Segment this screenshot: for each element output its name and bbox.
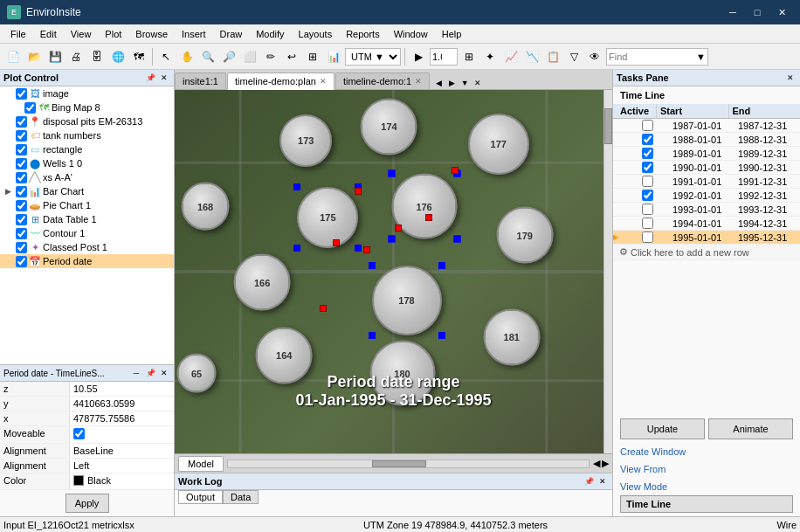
tb-play[interactable]: ▶: [409, 47, 428, 66]
tl-checkbox-8[interactable]: [642, 231, 653, 243]
tb-globe[interactable]: 🌐: [108, 47, 128, 66]
tree-expander[interactable]: ▶: [5, 187, 14, 196]
map-container[interactable]: 17317417716817517617916617816418018165 P…: [175, 90, 612, 453]
menu-draw[interactable]: Draw: [213, 27, 250, 41]
tb-chart2[interactable]: 📉: [522, 47, 541, 66]
tab-next[interactable]: ▶: [445, 77, 458, 89]
update-button[interactable]: Update: [620, 418, 705, 439]
hscroll[interactable]: [227, 459, 590, 468]
tb-zoom-window[interactable]: ⬜: [240, 47, 259, 66]
handle-br-178[interactable]: [438, 332, 445, 339]
props-minimize[interactable]: ─: [130, 367, 142, 379]
handle-tr-178[interactable]: [438, 262, 445, 269]
tb-bar[interactable]: 📊: [324, 47, 343, 66]
tree-item[interactable]: 🖼 image: [0, 86, 174, 100]
tree-item[interactable]: ▶ 📊 Bar Chart: [0, 184, 174, 198]
tl-checkbox-3[interactable]: [642, 162, 653, 173]
menu-view[interactable]: View: [64, 27, 99, 41]
view-mode-link[interactable]: View Mode: [613, 478, 800, 495]
tb-open[interactable]: 📂: [24, 47, 44, 66]
tl-checkbox-5[interactable]: [642, 190, 653, 201]
tree-item[interactable]: 🏷 tank numbers: [0, 128, 174, 142]
tree-checkbox[interactable]: [16, 130, 27, 142]
tree-checkbox[interactable]: [16, 172, 27, 183]
handle-bl-176[interactable]: [388, 236, 395, 243]
tl-checkbox-1[interactable]: [642, 134, 653, 145]
tb-filter[interactable]: ▽: [564, 47, 583, 66]
menu-help[interactable]: Help: [435, 27, 469, 41]
model-tab[interactable]: Model: [178, 456, 224, 472]
prop-checkbox-3[interactable]: [73, 428, 85, 439]
tb-grid[interactable]: ⊞: [459, 47, 479, 66]
map-vscroll-thumb[interactable]: [604, 108, 612, 145]
tb-chart1[interactable]: 📈: [501, 47, 521, 66]
tab-close-all[interactable]: ✕: [472, 77, 484, 89]
tb-db[interactable]: 🗄: [87, 47, 107, 66]
tl-checkbox-6[interactable]: [642, 204, 653, 215]
tab-prev[interactable]: ◀: [432, 77, 445, 89]
menu-layouts[interactable]: Layouts: [292, 27, 340, 41]
tb-print[interactable]: 🖨: [66, 47, 86, 66]
tree-checkbox[interactable]: [16, 242, 27, 253]
view-from-link[interactable]: View From: [613, 460, 800, 478]
tree-checkbox[interactable]: [16, 144, 27, 155]
tree-checkbox[interactable]: [16, 186, 27, 197]
tasks-close[interactable]: ✕: [784, 72, 797, 84]
tl-checkbox-2[interactable]: [642, 148, 653, 159]
tree-item[interactable]: 🥧 Pie Chart 1: [0, 198, 174, 212]
tb-pan[interactable]: ✋: [177, 47, 197, 66]
animate-button[interactable]: Animate: [708, 418, 793, 439]
tree-checkbox[interactable]: [16, 116, 27, 128]
handle-tl-175[interactable]: [293, 183, 300, 190]
menu-edit[interactable]: Edit: [33, 27, 64, 41]
tree-checkbox[interactable]: [16, 214, 27, 225]
worklog-tab-data[interactable]: Data: [223, 490, 259, 504]
apply-button[interactable]: Apply: [66, 494, 109, 513]
tab-timeline-plan[interactable]: timeline-demo:plan ✕: [227, 73, 334, 90]
worklog-tab-output[interactable]: Output: [178, 490, 223, 504]
hscroll-thumb[interactable]: [372, 460, 426, 467]
maximize-button[interactable]: □: [746, 3, 769, 21]
handle-bl-175[interactable]: [293, 245, 300, 252]
props-close[interactable]: ✕: [158, 367, 170, 379]
tb-new[interactable]: 📄: [3, 47, 23, 66]
tree-item[interactable]: ╱╲ xs A-A': [0, 170, 174, 184]
tree-checkbox[interactable]: [16, 200, 27, 211]
menu-file[interactable]: File: [3, 27, 33, 41]
menu-browse[interactable]: Browse: [128, 27, 175, 41]
tb-eye[interactable]: 👁: [585, 47, 604, 66]
handle-bl-178[interactable]: [369, 332, 376, 339]
props-pin[interactable]: 📌: [144, 367, 156, 379]
map-vscroll[interactable]: [603, 90, 612, 453]
create-window-link[interactable]: Create Window: [613, 443, 800, 460]
tb-pencil[interactable]: ✏: [261, 47, 280, 66]
tb-save[interactable]: 💾: [45, 47, 65, 66]
menu-modify[interactable]: Modify: [249, 27, 291, 41]
tree-item[interactable]: ✦ Classed Post 1: [0, 240, 174, 254]
tab-dropdown[interactable]: ▼: [459, 77, 471, 89]
tree-item[interactable]: 🗺 Bing Map 8: [0, 100, 174, 114]
handle-tl-178[interactable]: [369, 262, 376, 269]
menu-plot[interactable]: Plot: [98, 27, 128, 41]
add-row[interactable]: ⚙ Click here to add a new row: [613, 245, 800, 260]
minimize-button[interactable]: ─: [721, 3, 744, 21]
tb-map[interactable]: 🗺: [129, 47, 148, 66]
handle-br-176[interactable]: [453, 236, 460, 243]
handle-br-175[interactable]: [355, 245, 362, 252]
tl-checkbox-0[interactable]: [642, 120, 653, 131]
tb-snap[interactable]: ✦: [480, 47, 500, 66]
plot-control-pin[interactable]: 📌: [144, 72, 156, 84]
prop-val[interactable]: Black: [70, 473, 174, 489]
tree-item[interactable]: 📍 disposal pits EM-26313: [0, 114, 174, 128]
plot-control-close[interactable]: ✕: [158, 72, 170, 84]
tree-checkbox[interactable]: [16, 158, 27, 169]
find-dropdown[interactable]: ▼: [696, 52, 706, 62]
tree-checkbox[interactable]: [16, 228, 27, 239]
tree-checkbox[interactable]: [16, 256, 27, 267]
tree-item[interactable]: 〰 Contour 1: [0, 226, 174, 240]
tb-select[interactable]: ↖: [156, 47, 176, 66]
tb-align[interactable]: ⊞: [303, 47, 322, 66]
menu-window[interactable]: Window: [387, 27, 435, 41]
tab-timeline-plan-close[interactable]: ✕: [320, 77, 327, 86]
close-button[interactable]: ✕: [770, 3, 793, 21]
